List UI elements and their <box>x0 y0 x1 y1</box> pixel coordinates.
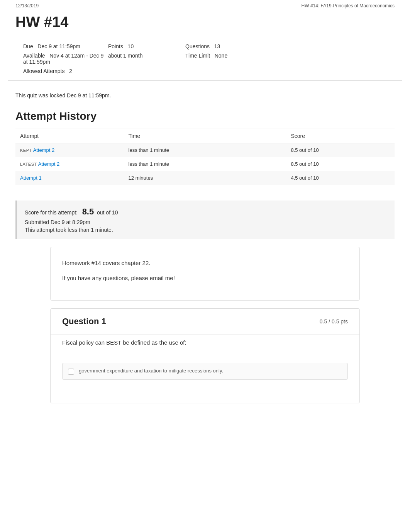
time-limit-field: Time Limit None <box>185 53 255 65</box>
attempt-time-cell: 12 minutes <box>124 171 286 185</box>
table-row: Attempt 112 minutes4.5 out of 10 <box>15 171 395 185</box>
attempt-label: LATEST <box>20 162 37 167</box>
score-line: Score for this attempt: 8.5 out of 10 <box>25 207 387 217</box>
score-out-of: out of 10 <box>97 209 118 216</box>
attempt-time-cell: less than 1 minute <box>124 157 286 171</box>
question1-card: Question 1 0.5 / 0.5 pts Fiscal policy c… <box>50 308 360 403</box>
score-value: 8.5 <box>82 207 94 216</box>
question1-pts: 0.5 / 0.5 pts <box>320 318 348 325</box>
question1-body: Fiscal policy can BEST be defined as the… <box>51 334 359 355</box>
info-box: Due Dec 9 at 11:59pm Points 10 Questions… <box>8 37 402 81</box>
attempt-time-cell: less than 1 minute <box>124 143 286 157</box>
attempt-label-cell: Attempt 1 <box>15 171 124 185</box>
duration-line: This attempt took less than 1 minute. <box>25 227 387 233</box>
intro-line2: If you have any questions, please email … <box>62 274 348 283</box>
table-row: KEPT Attempt 2less than 1 minute8.5 out … <box>15 143 395 157</box>
question1-text: Fiscal policy can BEST be defined as the… <box>62 338 348 347</box>
table-row: LATEST Attempt 2less than 1 minute8.5 ou… <box>15 157 395 171</box>
allowed-attempts-field: Allowed Attempts 2 <box>23 68 108 74</box>
attempt-score-cell: 8.5 out of 10 <box>286 157 395 171</box>
top-course: HW #14: FA19-Principles of Macroeconomic… <box>302 3 395 8</box>
questions-field: Questions 13 <box>185 43 255 49</box>
attempt-history-title: Attempt History <box>15 110 395 122</box>
attempt-table: Attempt Time Score KEPT Attempt 2less th… <box>15 129 395 185</box>
attempt-label-cell: KEPT Attempt 2 <box>15 143 124 157</box>
question1-header: Question 1 0.5 / 0.5 pts <box>51 309 359 330</box>
answer-option-1[interactable]: government expenditure and taxation to m… <box>62 363 348 380</box>
attempt-label-cell: LATEST Attempt 2 <box>15 157 124 171</box>
attempt-link[interactable]: Attempt 2 <box>38 161 60 167</box>
col-header-time: Time <box>124 129 286 143</box>
attempt-label: KEPT <box>20 148 32 153</box>
available-field: Available Nov 4 at 12am - Dec 9 at 11:59… <box>23 53 108 65</box>
attempt-score-cell: 8.5 out of 10 <box>286 143 395 157</box>
attempt-link[interactable]: Attempt 2 <box>33 147 55 153</box>
col-header-score: Score <box>286 129 395 143</box>
answer-text-1: government expenditure and taxation to m… <box>79 368 223 374</box>
due-label: Due Dec 9 at 11:59pm <box>23 43 108 49</box>
attempt-history-section: Attempt History Attempt Time Score KEPT … <box>0 102 410 193</box>
score-summary-box: Score for this attempt: 8.5 out of 10 Su… <box>15 201 395 239</box>
answer-radio-1[interactable] <box>68 369 74 375</box>
info-grid: Due Dec 9 at 11:59pm Points 10 Questions… <box>23 43 387 74</box>
lock-notice: This quiz was locked Dec 9 at 11:59pm. <box>0 81 410 102</box>
duration-field: about 1 month <box>108 53 185 65</box>
intro-card: Homework #14 covers chapter 22. If you h… <box>50 247 360 301</box>
submitted-line: Submitted Dec 9 at 8:29pm <box>25 219 387 225</box>
top-bar: 12/13/2019 HW #14: FA19-Principles of Ma… <box>0 0 410 10</box>
top-date: 12/13/2019 <box>15 3 39 8</box>
question1-title: Question 1 <box>62 316 106 326</box>
col-header-attempt: Attempt <box>15 129 124 143</box>
attempt-link[interactable]: Attempt 1 <box>20 175 42 181</box>
page-title: HW #14 <box>0 10 410 37</box>
attempt-score-cell: 4.5 out of 10 <box>286 171 395 185</box>
intro-line1: Homework #14 covers chapter 22. <box>62 259 348 268</box>
points-field: Points 10 <box>108 43 185 49</box>
score-label: Score for this attempt: <box>25 209 78 216</box>
